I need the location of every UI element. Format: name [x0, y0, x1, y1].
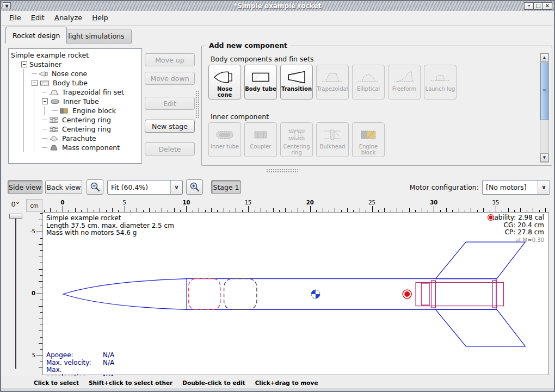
- ruler-tick: [273, 208, 274, 212]
- tree-item-engine-block[interactable]: Engine block: [9, 106, 141, 115]
- vertical-splitter[interactable]: [195, 90, 200, 119]
- fin-upper-shape[interactable]: [435, 242, 525, 279]
- expander-minus-icon[interactable]: [42, 98, 48, 104]
- body-tube-shape[interactable]: [187, 279, 496, 310]
- ruler-label: 25: [366, 200, 378, 206]
- ruler-tick: [446, 208, 447, 212]
- rocket-canvas[interactable]: Simple example rocketLength 37.5 cm, max…: [42, 212, 549, 375]
- tab-rocket-design[interactable]: Rocket design: [5, 27, 67, 43]
- tree-item-sustainer[interactable]: Sustainer: [9, 60, 141, 69]
- mass-component-shape[interactable]: [224, 279, 257, 310]
- ruler-tick: [36, 356, 42, 356]
- scrollbar-thumb[interactable]: ≡: [540, 63, 548, 120]
- component-tree[interactable]: Simple example rocketSustainerNose coneB…: [8, 48, 142, 164]
- tree-item-simple-example-rocket[interactable]: Simple example rocket: [9, 51, 141, 60]
- ruler-tick: [298, 208, 298, 212]
- component-label: Body tube: [245, 86, 276, 92]
- menu-help[interactable]: Help: [87, 11, 113, 25]
- section-label-inner-component: Inner component: [211, 113, 269, 121]
- ruler-tick: [310, 206, 311, 212]
- rotation-slider[interactable]: [15, 218, 16, 369]
- horizontal-splitter[interactable]: [266, 169, 298, 173]
- tree-item-centering-ring[interactable]: Centering ring: [9, 115, 141, 125]
- ruler-tick: [211, 208, 212, 212]
- ruler-tick: [384, 208, 385, 212]
- tree-guide: [34, 88, 34, 97]
- centering-ring-icon: [49, 126, 60, 133]
- component-scrollbar[interactable]: ▲ ≡ ▼: [540, 53, 549, 163]
- ruler-tick: [36, 294, 42, 294]
- ruler-tick: [39, 244, 42, 245]
- tree-item-mass-component[interactable]: Mass component: [9, 143, 141, 152]
- tree-connector: [52, 110, 58, 111]
- tree-item-inner-tube[interactable]: Inner Tube: [9, 97, 141, 106]
- tree-item-parachute[interactable]: Parachute: [9, 134, 141, 143]
- cg-marker: [311, 290, 320, 298]
- add-transition-button[interactable]: Transition: [280, 65, 313, 99]
- close-button[interactable]: ✕: [542, 2, 552, 10]
- c-transition-icon: [285, 68, 309, 86]
- maximize-button[interactable]: □: [533, 2, 543, 10]
- tree-guide: [44, 106, 45, 115]
- hint-text: Click+drag to move: [255, 379, 318, 386]
- chevron-down-icon: ∨: [538, 181, 550, 194]
- expander-minus-icon[interactable]: [32, 80, 38, 86]
- move-up-button: Move up: [145, 53, 195, 66]
- back-view-toggle[interactable]: Back view: [45, 180, 82, 194]
- expander-minus-icon[interactable]: [21, 61, 27, 67]
- inner-tube-shape[interactable]: [416, 282, 503, 306]
- tree-item-trapezoidal-fin-set[interactable]: Trapezoidal fin set: [9, 88, 141, 97]
- ruler-tick: [409, 208, 410, 212]
- menu-analyze[interactable]: Analyze: [50, 11, 87, 25]
- c-nose-icon: [213, 68, 237, 86]
- ruler-label: 5: [32, 352, 35, 359]
- tree-connector: [42, 92, 47, 92]
- minimize-button[interactable]: –: [524, 2, 534, 10]
- ruler-tick: [50, 208, 51, 212]
- c-free-icon: [392, 68, 416, 86]
- ruler-tick: [186, 206, 187, 212]
- zoom-out-button[interactable]: [87, 179, 103, 195]
- component-label: Freeform: [392, 86, 417, 92]
- menu-file[interactable]: File: [4, 11, 26, 25]
- tree-item-label: Inner Tube: [63, 97, 99, 105]
- add-body-tube-button[interactable]: Body tube: [244, 65, 277, 99]
- hint-text: Shift+click to select other: [89, 379, 172, 386]
- ruler-tick: [39, 269, 42, 270]
- c-coupler-icon: [249, 126, 273, 144]
- zoom-level-combo[interactable]: Fit (60.4%) ∨: [107, 180, 183, 195]
- info-line: Mass with no motors 54.6 g: [46, 229, 174, 237]
- rotation-slider-thumb[interactable]: [9, 214, 22, 219]
- tree-item-nose-cone[interactable]: Nose cone: [9, 69, 141, 78]
- fin-lower-shape[interactable]: [435, 309, 525, 346]
- ruler-label: 15: [242, 200, 254, 206]
- scroll-down-icon[interactable]: ▼: [540, 153, 548, 162]
- ruler-tick: [285, 208, 286, 212]
- parachute-shape[interactable]: [189, 279, 220, 310]
- window-titlebar[interactable]: ▼ *Simple example rocket – □ ✕: [1, 1, 554, 11]
- side-view-toggle[interactable]: Side view: [8, 180, 42, 194]
- tab-flight-simulations[interactable]: Flight simulations: [57, 29, 132, 43]
- c-ring-icon: [285, 126, 309, 144]
- centering-ring-shape[interactable]: [431, 281, 436, 308]
- add-nose-cone-button[interactable]: Nose cone: [208, 65, 241, 99]
- nose-cone-shape[interactable]: [63, 279, 187, 310]
- rocket-drawing[interactable]: [43, 213, 548, 375]
- tree-item-body-tube[interactable]: Body tube: [9, 78, 141, 88]
- chevron-down-icon: ∨: [170, 181, 182, 194]
- ruler-tick: [372, 206, 373, 212]
- ruler-tick: [459, 208, 459, 212]
- ruler-tick: [39, 306, 42, 307]
- scroll-up-icon[interactable]: ▲: [540, 53, 548, 62]
- component-label: Inner tube: [211, 144, 239, 150]
- stability-info: Stability: 2.98 cal CG: 20.4 cm CP: 27.8…: [488, 214, 544, 244]
- new-stage-button[interactable]: New stage: [145, 120, 195, 133]
- zoom-in-button[interactable]: [186, 179, 203, 195]
- menu-edit[interactable]: Edit: [26, 11, 50, 25]
- tree-item-centering-ring[interactable]: Centering ring: [9, 125, 141, 134]
- component-label: Coupler: [250, 144, 272, 150]
- engine-block-shape[interactable]: [421, 283, 429, 305]
- motor-config-combo[interactable]: [No motors] ∨: [482, 180, 550, 195]
- stage-1-toggle[interactable]: Stage 1: [211, 180, 241, 194]
- component-label: Transition: [281, 86, 312, 92]
